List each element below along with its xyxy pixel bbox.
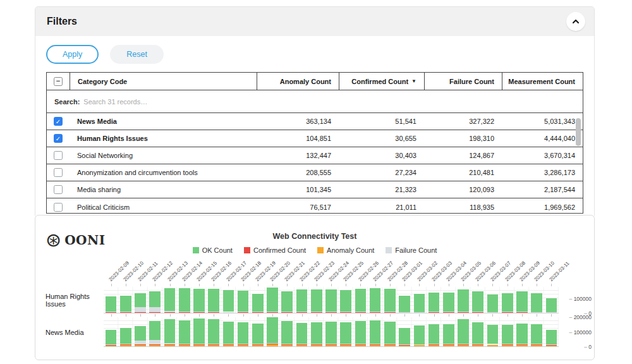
bar-2023-02-28[interactable] xyxy=(384,289,396,313)
cell-anomaly: 363,134 xyxy=(257,113,339,130)
bar-2023-02-19[interactable] xyxy=(252,324,264,346)
segment-failure-count xyxy=(340,344,351,344)
bar-2023-03-07[interactable] xyxy=(487,325,499,346)
bar-2023-02-26[interactable] xyxy=(355,321,367,346)
bar-2023-02-27[interactable] xyxy=(370,288,381,313)
bar-2023-02-20[interactable] xyxy=(267,288,278,313)
bar-2023-03-01[interactable] xyxy=(399,296,410,313)
filters-body: Apply Reset − Category Code Anomaly Coun… xyxy=(35,36,594,217)
y-tick-label: 100000 xyxy=(569,296,592,302)
segment-failure-count xyxy=(428,344,440,344)
bar-2023-02-13[interactable] xyxy=(164,288,176,313)
bar-2023-03-01[interactable] xyxy=(399,328,410,346)
bar-2023-02-09[interactable] xyxy=(106,330,117,346)
select-all-cell[interactable]: − xyxy=(47,73,70,90)
bar-2023-02-14[interactable] xyxy=(179,288,190,313)
x-tick xyxy=(302,314,303,317)
row-checkbox[interactable] xyxy=(54,185,63,194)
segment-anomaly-count xyxy=(179,344,190,346)
bar-2023-03-09[interactable] xyxy=(516,291,528,313)
bar-2023-02-20[interactable] xyxy=(267,317,278,346)
collapse-panel-button[interactable] xyxy=(566,12,585,31)
row-checkbox[interactable] xyxy=(54,168,63,177)
row-checkbox[interactable]: ✓ xyxy=(54,134,63,143)
cell-confirmed: 30,403 xyxy=(339,147,424,164)
bar-2023-02-16[interactable] xyxy=(208,289,219,313)
bar-2023-02-17[interactable] xyxy=(223,322,234,346)
row-checkbox[interactable] xyxy=(54,203,63,212)
bar-2023-03-09[interactable] xyxy=(516,324,528,346)
bar-2023-02-10[interactable] xyxy=(120,296,131,313)
column-header-category[interactable]: Category Code xyxy=(70,73,257,90)
bar-2023-02-23[interactable] xyxy=(311,289,322,313)
bar-2023-02-22[interactable] xyxy=(296,289,308,313)
bar-2023-03-10[interactable] xyxy=(531,293,542,313)
bar-2023-02-10[interactable] xyxy=(120,328,131,346)
bar-2023-02-21[interactable] xyxy=(281,291,293,313)
column-header-failure[interactable]: Failure Count xyxy=(424,73,502,90)
bar-2023-02-17[interactable] xyxy=(223,290,234,313)
bar-2023-03-02[interactable] xyxy=(414,294,425,313)
segment-anomaly-count xyxy=(193,312,205,313)
bar-2023-03-04[interactable] xyxy=(443,293,454,313)
bar-2023-03-08[interactable] xyxy=(502,293,513,313)
reset-button[interactable]: Reset xyxy=(110,45,164,64)
bar-2023-02-11[interactable] xyxy=(135,326,146,346)
bar-2023-02-24[interactable] xyxy=(325,322,337,346)
bar-2023-03-07[interactable] xyxy=(487,294,499,313)
bar-2023-02-27[interactable] xyxy=(370,320,381,346)
bar-2023-02-09[interactable] xyxy=(106,296,117,313)
bar-2023-03-03[interactable] xyxy=(428,324,440,346)
bar-2023-03-06[interactable] xyxy=(472,322,483,346)
bar-2023-03-05[interactable] xyxy=(458,289,469,313)
cell-category: Social Networking xyxy=(70,147,257,164)
segment-anomaly-count xyxy=(355,344,367,346)
bar-2023-03-11[interactable] xyxy=(546,298,557,313)
table-scrollbar-thumb[interactable] xyxy=(576,118,581,146)
column-header-anomaly[interactable]: Anomaly Count xyxy=(257,73,339,90)
bar-2023-03-08[interactable] xyxy=(502,325,513,347)
bar-2023-02-18[interactable] xyxy=(238,291,249,313)
bar-2023-03-10[interactable] xyxy=(531,324,542,346)
bar-2023-03-03[interactable] xyxy=(428,293,440,313)
segment-anomaly-count xyxy=(516,312,528,313)
segment-anomaly-count xyxy=(546,345,557,346)
bar-2023-02-15[interactable] xyxy=(193,289,205,313)
bar-2023-03-11[interactable] xyxy=(546,330,557,346)
search-input[interactable] xyxy=(83,98,583,106)
bar-2023-03-06[interactable] xyxy=(472,291,483,313)
bar-2023-02-21[interactable] xyxy=(281,321,293,346)
bar-2023-03-04[interactable] xyxy=(443,324,454,346)
row-checkbox[interactable]: ✓ xyxy=(54,117,63,126)
bar-2023-02-25[interactable] xyxy=(340,290,351,313)
bar-2023-02-12[interactable] xyxy=(149,321,161,346)
segment-failure-count xyxy=(179,344,190,344)
bar-2023-02-25[interactable] xyxy=(340,322,351,346)
bar-2023-02-16[interactable] xyxy=(208,319,219,346)
bar-2023-02-15[interactable] xyxy=(193,318,205,346)
bar-2023-03-02[interactable] xyxy=(414,325,425,346)
apply-button[interactable]: Apply xyxy=(46,45,99,64)
column-header-measurement[interactable]: Measurement Count xyxy=(502,73,583,90)
bar-2023-02-19[interactable] xyxy=(252,294,264,313)
bar-2023-02-18[interactable] xyxy=(238,322,249,346)
bar-2023-02-11[interactable] xyxy=(135,293,146,313)
bar-2023-02-23[interactable] xyxy=(311,322,322,346)
bar-2023-03-05[interactable] xyxy=(458,319,469,346)
x-tick xyxy=(140,284,141,286)
segment-failure-count xyxy=(340,312,351,312)
bar-2023-02-14[interactable] xyxy=(179,320,190,346)
segment-failure-count xyxy=(311,344,322,344)
row-checkbox[interactable] xyxy=(54,151,63,160)
column-header-confirmed[interactable]: Confirmed Count ▼ xyxy=(339,73,424,90)
bar-2023-02-26[interactable] xyxy=(355,289,367,313)
select-all-checkbox[interactable]: − xyxy=(54,77,63,86)
bar-2023-02-24[interactable] xyxy=(325,289,337,313)
bar-2023-02-22[interactable] xyxy=(296,323,308,346)
segment-ok-count xyxy=(472,322,483,344)
segment-ok-count xyxy=(281,321,293,344)
bar-2023-02-28[interactable] xyxy=(384,322,396,346)
bar-2023-02-13[interactable] xyxy=(164,319,176,346)
plot-news-media xyxy=(104,317,559,347)
bar-2023-02-12[interactable] xyxy=(149,291,161,313)
